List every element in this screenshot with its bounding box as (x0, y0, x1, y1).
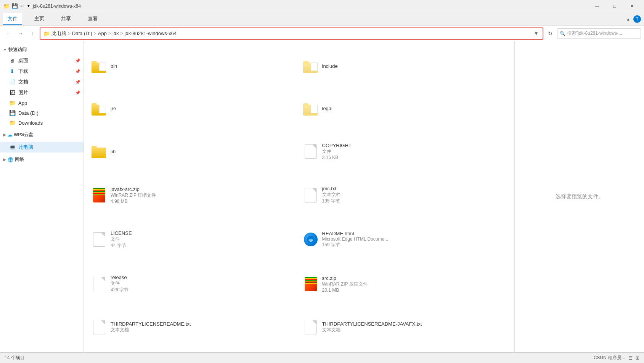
sidebar-item-app[interactable]: 📁 App (0, 98, 84, 108)
file-item-license[interactable]: LICENSE 文件 44 字节 (88, 218, 299, 261)
path-segment-app: App (98, 31, 107, 36)
file-grid: bin include (84, 41, 514, 352)
forward-button[interactable]: → (15, 28, 26, 39)
close-button[interactable]: ✕ (623, 0, 641, 12)
file-area: bin include (84, 41, 514, 352)
file-meta-src-zip: WinRAR ZIP 压缩文件 (322, 281, 368, 288)
file-item-third-javafx[interactable]: THIRDPARTYLICENSEREADME-JAVAFX.txt 文本文档 (300, 307, 510, 348)
status-bar: 14 个项目 CSDN 程序员... ☰ ⊞ (0, 352, 644, 363)
pin-icon-2: 📌 (75, 69, 80, 74)
tab-view[interactable]: 查看 (83, 13, 102, 25)
sidebar-item-documents[interactable]: 📄 文档 📌 (0, 77, 84, 87)
sidebar-item-desktop[interactable]: 🖥 桌面 📌 (0, 55, 84, 66)
sidebar-item-download[interactable]: ⬇ 下载 📌 (0, 66, 84, 77)
file-name-bin: bin (111, 63, 117, 69)
address-dropdown-button[interactable]: ▼ (533, 30, 540, 37)
pin-icon: 📌 (75, 58, 80, 63)
expand-ribbon-icon: ▲ (626, 17, 630, 21)
search-box[interactable]: 🔍 搜索"jdk-8u281-windows-... (557, 28, 641, 39)
sidebar-item-label-documents: 文档 (18, 79, 28, 85)
window-title: jdk-8u281-windows-x64 (33, 3, 81, 9)
network-expand-icon: ▶ (3, 157, 6, 162)
sidebar-item-pictures[interactable]: 🖼 图片 📌 (0, 87, 84, 98)
sidebar-section-header-quick-access[interactable]: ▼ 快速访问 (0, 44, 84, 55)
file-name-include: include (322, 63, 338, 69)
this-pc-icon: 💻 (9, 144, 15, 150)
sidebar-item-label-app: App (18, 100, 27, 106)
refresh-button[interactable]: ↻ (545, 28, 556, 39)
documents-icon: 📄 (9, 79, 15, 85)
back-button[interactable]: ← (3, 28, 14, 39)
file-meta-third-javafx: 文本文档 (322, 327, 422, 333)
sidebar-section-header-network[interactable]: ▶ 🌐 网络 (0, 154, 84, 165)
file-icon-javafx-zip (92, 188, 107, 203)
view-icon-grid[interactable]: ⊞ (636, 355, 639, 361)
help-button[interactable]: ? (633, 15, 641, 23)
file-size-release: 426 字节 (111, 287, 128, 293)
file-item-jre[interactable]: jre (88, 88, 299, 129)
window-controls: — □ ✕ (588, 0, 641, 12)
file-name-src-zip: src.zip (322, 275, 368, 281)
file-icon-copyright (303, 144, 318, 159)
folder-icon: 📁 (3, 3, 10, 9)
address-bar: ← → ↑ 📁 此电脑 > Data (D:) > App > jdk > jd… (0, 26, 644, 41)
file-item-javafx-zip[interactable]: javafx-src.zip WinRAR ZIP 压缩文件 4.98 MB (88, 174, 299, 217)
file-info-jmc: jmc.txt 文本文档 195 字节 (322, 186, 340, 204)
file-meta-third-readme: 文本文档 (111, 327, 191, 333)
file-name-lib: lib (111, 149, 116, 154)
tab-home[interactable]: 主页 (30, 13, 49, 25)
file-icon-release (92, 276, 107, 292)
file-info-third-javafx: THIRDPARTYLICENSEREADME-JAVAFX.txt 文本文档 (322, 321, 422, 333)
sidebar-item-downloads[interactable]: 📁 Downloads (0, 118, 84, 128)
address-field[interactable]: 📁 此电脑 > Data (D:) > App > jdk > jdk-8u28… (40, 27, 543, 40)
sidebar-section-header-wps[interactable]: ▶ ☁ WPS云盘 (0, 129, 84, 140)
file-name-legal: legal (322, 106, 332, 111)
file-item-release[interactable]: release 文件 426 字节 (88, 262, 299, 305)
file-name-release: release (111, 275, 128, 280)
path-segment-data: Data (D:) (72, 31, 92, 36)
file-icon-third-javafx (303, 320, 318, 335)
item-count-label: 14 个项目 (5, 355, 25, 361)
address-path: 此电脑 > Data (D:) > App > jdk > jdk-8u281-… (51, 30, 177, 37)
file-info-license: LICENSE 文件 44 字节 (111, 230, 132, 249)
file-item-src-zip[interactable]: src.zip WinRAR ZIP 压缩文件 20.1 MB (300, 262, 510, 305)
view-icon-list[interactable]: ☰ (628, 355, 633, 361)
minimize-button[interactable]: — (588, 0, 606, 12)
file-item-jmc[interactable]: jmc.txt 文本文档 195 字节 (300, 174, 510, 217)
file-item-lib[interactable]: lib (88, 131, 299, 172)
status-bar-right: CSDN 程序员... ☰ ⊞ (594, 355, 639, 361)
up-button[interactable]: ↑ (27, 28, 38, 39)
main-content: ▼ 快速访问 🖥 桌面 📌 ⬇ 下载 📌 📄 文档 📌 🖼 图片 � (0, 41, 644, 352)
sidebar-item-label-desktop: 桌面 (18, 57, 28, 64)
file-name-jmc: jmc.txt (322, 186, 340, 191)
tab-share[interactable]: 共享 (56, 13, 75, 25)
file-item-legal[interactable]: legal (300, 88, 510, 129)
app-folder-icon: 📁 (9, 100, 15, 106)
file-meta-readme: Microsoft Edge HTML Docume... (322, 236, 389, 242)
file-icon-readme (303, 232, 318, 247)
title-bar-left: 📁 💾 ↩ ▼ jdk-8u281-windows-x64 (3, 3, 81, 9)
file-name-javafx-zip: javafx-src.zip (111, 186, 156, 192)
sidebar-item-data-d[interactable]: 💾 Data (D:) (0, 108, 84, 118)
file-item-readme[interactable]: README.html Microsoft Edge HTML Docume..… (300, 218, 510, 261)
wps-icon: ☁ (8, 132, 12, 138)
tab-file[interactable]: 文件 (3, 13, 22, 25)
file-item-copyright[interactable]: COPYRIGHT 文件 3.16 KB (300, 131, 510, 172)
search-icon: 🔍 (560, 31, 565, 36)
file-icon-bin (92, 59, 107, 74)
file-name-third-readme: THIRDPARTYLICENSEREADME.txt (111, 321, 191, 327)
file-icon-jmc (303, 188, 318, 203)
file-item-include[interactable]: include (300, 46, 510, 87)
maximize-button[interactable]: □ (606, 0, 623, 12)
file-size-readme: 159 字节 (322, 242, 389, 248)
file-icon-src-zip (303, 276, 318, 292)
sidebar-item-label-download: 下载 (18, 68, 28, 75)
status-right-label: CSDN 程序员... (594, 355, 625, 361)
path-segment-current: jdk-8u281-windows-x64 (125, 31, 177, 36)
file-info-src-zip: src.zip WinRAR ZIP 压缩文件 20.1 MB (322, 275, 368, 293)
file-item-third-readme[interactable]: THIRDPARTYLICENSEREADME.txt 文本文档 (88, 307, 299, 348)
file-info-include: include (322, 63, 338, 69)
sidebar-item-label-downloads: Downloads (18, 120, 43, 126)
sidebar-item-this-pc[interactable]: 💻 此电脑 (0, 142, 84, 153)
file-item-bin[interactable]: bin (88, 46, 299, 87)
